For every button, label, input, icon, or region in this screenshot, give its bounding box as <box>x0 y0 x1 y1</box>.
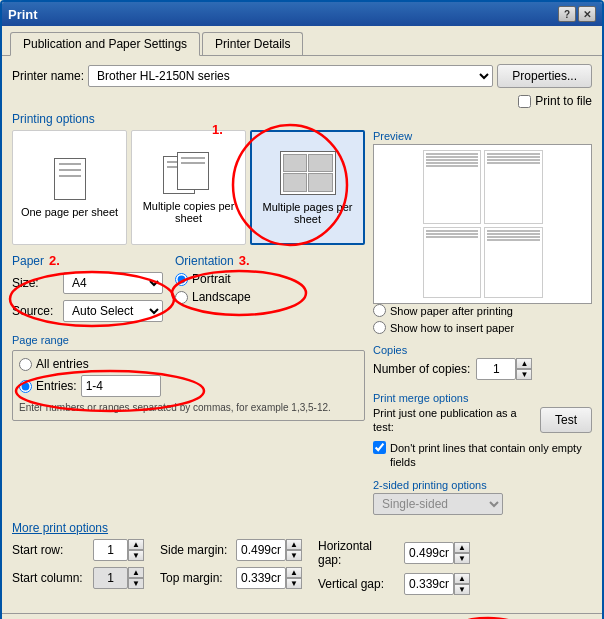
preview-page-3 <box>423 227 482 298</box>
side-margin-arrows: ▲ ▼ <box>286 539 302 561</box>
side-margin-spinner: ▲ ▼ <box>236 539 302 561</box>
landscape-row: Landscape <box>175 290 251 304</box>
entries-radio[interactable] <box>19 380 32 393</box>
start-col-down[interactable]: ▼ <box>128 578 144 589</box>
copies-down[interactable]: ▼ <box>516 369 532 380</box>
top-margin-up[interactable]: ▲ <box>286 567 302 578</box>
side-margin-down[interactable]: ▼ <box>286 550 302 561</box>
start-row-input[interactable] <box>93 539 128 561</box>
start-row-arrows: ▲ ▼ <box>128 539 144 561</box>
show-insert-radio[interactable] <box>373 321 386 334</box>
portrait-label: Portrait <box>192 272 231 286</box>
entries-input[interactable] <box>81 375 161 397</box>
tab-bar: Publication and Paper Settings Printer D… <box>2 26 602 56</box>
start-col-input[interactable] <box>93 567 128 589</box>
multiple-pages-icon <box>280 151 336 195</box>
preview-page-2 <box>484 150 543 224</box>
more-options-grid: Start row: ▲ ▼ Start column: <box>12 539 592 601</box>
preview-page-4 <box>484 227 543 298</box>
margin-col: Side margin: ▲ ▼ Top margin: <box>160 539 302 601</box>
horiz-gap-down[interactable]: ▼ <box>454 553 470 564</box>
top-margin-row: Top margin: ▲ ▼ <box>160 567 302 589</box>
printer-row: Printer name: Brother HL-2150N series Pr… <box>12 64 592 88</box>
help-button[interactable]: ? <box>558 6 576 22</box>
portrait-row: Portrait <box>175 272 251 286</box>
copies-row: Number of copies: ▲ ▼ <box>373 358 592 380</box>
dont-print-checkbox[interactable] <box>373 441 386 454</box>
properties-button[interactable]: Properties... <box>497 64 592 88</box>
preview-page-1 <box>423 150 482 224</box>
horiz-gap-spinner: ▲ ▼ <box>404 542 470 564</box>
orientation-section: Orientation 3. Portrait <box>175 253 251 328</box>
top-margin-down[interactable]: ▼ <box>286 578 302 589</box>
start-col-row: Start column: ▲ ▼ <box>12 567 144 589</box>
horiz-gap-up[interactable]: ▲ <box>454 542 470 553</box>
side-margin-up[interactable]: ▲ <box>286 539 302 550</box>
vert-gap-up[interactable]: ▲ <box>454 573 470 584</box>
copies-up[interactable]: ▲ <box>516 358 532 369</box>
top-margin-label: Top margin: <box>160 571 230 585</box>
horiz-gap-input[interactable] <box>404 542 454 564</box>
show-paper-label: Show paper after printing <box>390 305 513 317</box>
orientation-title: Orientation 3. <box>175 253 251 268</box>
paper-title: Paper 2. <box>12 253 163 268</box>
multiple-copies-icon <box>163 152 215 194</box>
source-select[interactable]: Auto Select <box>63 300 163 322</box>
one-page-label: One page per sheet <box>21 206 118 218</box>
side-margin-label: Side margin: <box>160 543 230 557</box>
copies-arrows: ▲ ▼ <box>516 358 532 380</box>
show-paper-radio[interactable] <box>373 304 386 317</box>
multiple-copies-option[interactable]: Multiple copies per sheet <box>131 130 246 245</box>
start-row-up[interactable]: ▲ <box>128 539 144 550</box>
copies-section: Copies Number of copies: ▲ ▼ <box>373 344 592 386</box>
preview-section: Preview <box>373 130 592 338</box>
tab-publication-paper[interactable]: Publication and Paper Settings <box>10 32 200 56</box>
right-panel: Preview <box>373 130 592 515</box>
all-entries-label: All entries <box>36 357 89 371</box>
size-select[interactable]: A4 <box>63 272 163 294</box>
close-button[interactable]: ✕ <box>578 6 596 22</box>
test-button[interactable]: Test <box>540 407 592 433</box>
start-row-row: Start row: ▲ ▼ <box>12 539 144 561</box>
printer-name-select[interactable]: Brother HL-2150N series <box>88 65 493 87</box>
copies-spinner: ▲ ▼ <box>476 358 532 380</box>
vert-gap-label: Vertical gap: <box>318 577 398 591</box>
vert-gap-arrows: ▲ ▼ <box>454 573 470 595</box>
vert-gap-input[interactable] <box>404 573 454 595</box>
start-row-spinner: ▲ ▼ <box>93 539 144 561</box>
main-content: Printer name: Brother HL-2150N series Pr… <box>2 56 602 609</box>
more-options-link[interactable]: More print options <box>12 521 592 535</box>
two-sided-select[interactable]: Single-sided <box>373 493 503 515</box>
annotation-1: 1. <box>212 122 223 137</box>
all-entries-radio[interactable] <box>19 358 32 371</box>
multiple-pages-option[interactable]: Multiple pages per sheet <box>250 130 365 245</box>
paper-section: Paper 2. Size: A4 <box>12 253 163 328</box>
title-bar: Print ? ✕ <box>2 2 602 26</box>
preview-pages <box>423 150 543 298</box>
annotation-3: 3. <box>239 253 250 268</box>
dont-print-row: Don't print lines that contain only empt… <box>373 441 592 470</box>
copies-input[interactable] <box>476 358 516 380</box>
multiple-pages-label: Multiple pages per sheet <box>256 201 359 225</box>
tab-printer-details[interactable]: Printer Details <box>202 32 303 55</box>
side-margin-row: Side margin: ▲ ▼ <box>160 539 302 561</box>
print-dialog: Print ? ✕ Publication and Paper Settings… <box>0 0 604 619</box>
horiz-gap-label: Horizontal gap: <box>318 539 398 567</box>
landscape-label: Landscape <box>192 290 251 304</box>
entries-label: Entries: <box>36 379 77 393</box>
top-margin-input[interactable] <box>236 567 286 589</box>
start-row-down[interactable]: ▼ <box>128 550 144 561</box>
landscape-radio[interactable] <box>175 291 188 304</box>
portrait-radio[interactable] <box>175 273 188 286</box>
start-col-arrows: ▲ ▼ <box>128 567 144 589</box>
main-layout: 1. One page per sheet <box>12 130 592 515</box>
show-paper-row: Show paper after printing <box>373 304 592 317</box>
two-sided-title: 2-sided printing options <box>373 479 592 491</box>
size-row: Size: A4 <box>12 272 163 294</box>
one-page-option[interactable]: One page per sheet <box>12 130 127 245</box>
preview-title: Preview <box>373 130 592 142</box>
start-col-up[interactable]: ▲ <box>128 567 144 578</box>
print-to-file-checkbox[interactable] <box>518 95 531 108</box>
vert-gap-down[interactable]: ▼ <box>454 584 470 595</box>
side-margin-input[interactable] <box>236 539 286 561</box>
